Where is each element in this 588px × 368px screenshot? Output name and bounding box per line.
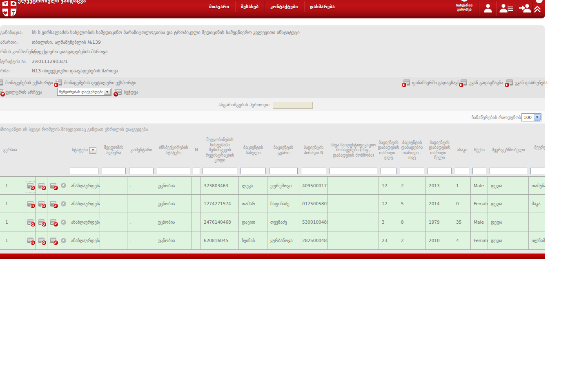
chevron-down-icon[interactable]: ▼ [534,114,541,121]
records-count-label: ჩანაწერების რაოდენობა: [472,115,525,120]
export-data-button[interactable]: მონაცემების ექსპორტი [0,79,53,85]
cell-comment: . [127,231,155,250]
col-header-personal_n[interactable]: პაციენტის პირადი N [299,135,328,166]
nav-item-2[interactable]: შესახებ [235,2,264,11]
edit-note-icon[interactable] [61,201,66,206]
filter-cell-age [453,166,471,176]
view-record-icon[interactable] [27,201,33,206]
user-list-icon[interactable] [499,3,514,15]
col-header-n[interactable]: N [192,135,201,166]
cell-personal_n: 01250058013 [299,195,328,213]
filter-last_name-input[interactable] [269,168,298,174]
filter-guardian-input[interactable] [490,168,527,174]
col-header-other_id[interactable]: სხვა საიდენტიფიკაციო მონაცემები (მაგ., დ… [328,135,379,166]
filter-personal_n-input[interactable] [301,168,326,174]
cell-act_view [25,176,36,195]
filter-other_id-input[interactable] [330,168,377,174]
col-header-comment[interactable]: კომენტარი [127,135,155,166]
user-profile-icon[interactable] [483,3,493,15]
send-to-financial-button[interactable]: ფინანსურში გადაგზავნა [403,79,462,85]
cell-last_name: ჩაფიჩაძე [267,195,299,213]
nav-item-4[interactable]: დახმარება [304,2,341,11]
filter-status-input[interactable] [70,168,98,174]
col-header-first_name[interactable]: პაციენტის სახელი [239,135,267,166]
detailed-export-button[interactable]: მონაცემების დეტალური ექსპორტი [56,79,136,85]
cell-age: 0 [453,195,471,213]
report-period-input[interactable] [273,102,313,109]
filter-n-input[interactable] [193,168,200,174]
col-header-guardian[interactable]: მეურვე/მშობელი [488,135,529,166]
block-record-icon[interactable] [38,238,45,243]
filter-select[interactable]: შემცირებას დაქვემდებარ ▼ [57,88,111,96]
view-record-icon[interactable] [27,238,33,243]
info-row: ფორმა:N13 ინფექციური დაავადებების მართვა [0,66,545,76]
block-record-icon[interactable] [38,183,45,188]
cell-birth_month: 2 [398,231,426,250]
col-header-sex[interactable]: სქესი [471,135,488,166]
toolbar: მონაცემების ექსპორტი მონაცემების დეტალურ… [0,76,545,99]
speed-test-button[interactable]: სიჩქარის გაზომვა [452,0,476,11]
cell-act_block [36,195,47,213]
records-strip: ჩანაწერების რაოდენობა: 100 ▼ [0,111,545,123]
cell-birth_day: 3 [379,213,398,231]
block-record-icon[interactable] [38,201,45,206]
col-header-birth_month[interactable]: პაციენტის დაბადების თარიღი - თვე [398,135,426,166]
filter-comment-input[interactable] [129,168,154,174]
col-header-age[interactable]: ასაკი [453,135,471,166]
send-back-button[interactable]: უკან გადაგზავნა [461,79,503,85]
col-header-reg_code[interactable]: შეტყობინების სისტემაში შემთხვევის რეგისტ… [201,135,239,166]
collapse-header-button[interactable] [535,7,540,14]
patients-table: ვერსიასტატუსი▼შეცდომის აღწერაკომენტარიინ… [0,135,545,258]
filter-birth_year-input[interactable] [428,168,452,174]
chevron-down-icon[interactable]: ▼ [104,89,111,95]
col-header-birth_day[interactable]: პაციენტის დაბადების თარიღი - დღე [379,135,398,166]
send-back-label: უკან გადაგზავნა [469,80,503,85]
nav-item-1[interactable]: მთავარი [203,2,235,11]
edit-note-icon[interactable] [61,238,66,243]
filter-birth_month-input[interactable] [400,168,424,174]
filter-sex-input[interactable] [472,168,486,174]
col-header-status[interactable]: სტატუსი▼ [68,135,100,166]
go-back-button[interactable]: უკან დაბრუნება [506,79,548,85]
status-header-dropdown[interactable]: ▼ [89,147,96,154]
cell-age: 35 [453,213,471,231]
filter-cell-guardian [488,166,529,176]
view-record-icon[interactable] [27,219,33,225]
filter-cell-status [68,166,100,176]
table-row: 1ანაზღაურდება.უცნობია620816045ზეინაბყურბ… [0,231,545,250]
col-header-version[interactable]: ვერსია [0,135,25,166]
cell-reg_code: 323803463 [201,176,239,195]
col-header-birth_year[interactable]: პაციენტის დაბადების თარიღი - წელი [426,135,453,166]
col-header-last_name[interactable]: პაციენტის გვარი [267,135,299,166]
col-header-inspection[interactable]: ინსპექტირების სტატუსი [155,135,192,166]
filter-birth_day-input[interactable] [381,168,396,174]
info-row: ორგანიზაცია:სს ს.ვირსალაძის სახელობის სა… [0,27,545,37]
edit-record-icon[interactable] [50,238,56,243]
filter-first_name-input[interactable] [241,168,266,174]
filter-age-input[interactable] [455,168,469,174]
nav-item-3[interactable]: კონტაქტები [265,2,303,11]
edit-note-icon[interactable] [61,183,66,188]
block-record-icon[interactable] [38,219,45,225]
filter-inspection-input[interactable] [157,168,190,174]
print-button[interactable]: ბეჭდვა [115,89,138,95]
edit-record-icon[interactable] [50,183,56,188]
logout-user-icon[interactable] [519,3,532,15]
cell-act_view [25,213,36,231]
records-count-select[interactable]: 100 ▼ [521,113,541,121]
filter-reg_code-input[interactable] [203,168,237,174]
edit-record-icon[interactable] [50,201,56,206]
col-header-error[interactable]: შეცდომის აღწერა [100,135,127,166]
cell-comment: . [127,195,155,213]
export-icon [0,79,3,85]
filter-guardian_name-input[interactable] [530,168,545,174]
filter-error-input[interactable] [102,168,126,174]
edit-record-icon[interactable] [50,219,56,225]
col-header-act_view [25,135,36,166]
edit-note-icon[interactable] [61,220,66,225]
choose-filter-button[interactable]: ფილტრის არჩევა [0,89,42,95]
col-header-guardian_name[interactable]: მეურვე/მშობელი - სახელი [529,135,545,166]
cell-birth_month: 8 [398,213,426,231]
cell-age: 4 [453,231,471,250]
view-record-icon[interactable] [27,183,33,188]
